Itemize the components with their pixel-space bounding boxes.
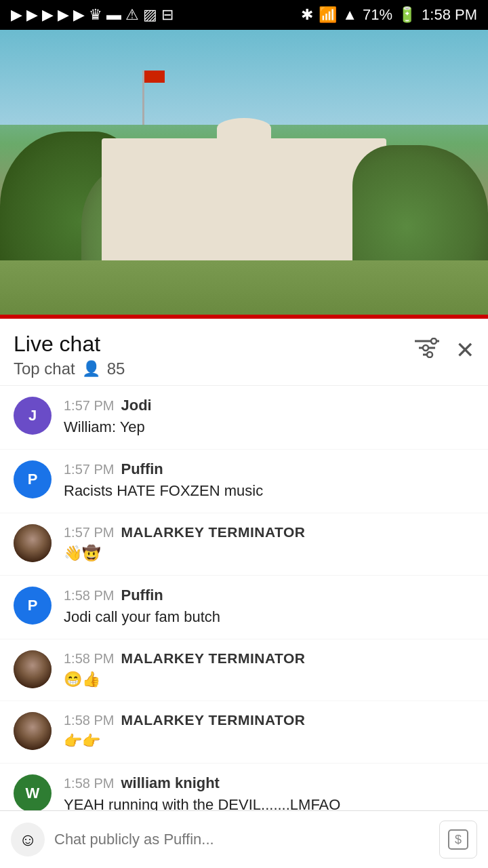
message-content: 1:57 PMJodiWilliam: Yep (64, 397, 474, 438)
message-time: 1:58 PM (64, 776, 114, 791)
message-content: 1:58 PMwilliam knightYEAH running with t… (64, 774, 474, 816)
message-meta: 1:57 PMMALARKEY TERMINATOR (64, 524, 474, 540)
message-meta: 1:57 PMPuffin (64, 460, 474, 478)
battery-level: 71% (363, 6, 392, 24)
message-text: 👋🤠 (64, 543, 474, 564)
avatar (14, 712, 52, 750)
avatar: P (14, 460, 52, 498)
crown-icon: ♛ (89, 6, 102, 24)
list-item: 1:58 PMMALARKEY TERMINATOR 😁👍 (0, 639, 488, 702)
avatar (14, 524, 52, 562)
bluetooth-icon: ✱ (301, 6, 313, 24)
flagpole (142, 71, 144, 125)
messages-list: J1:57 PMJodiWilliam: YepP1:57 PMPuffinRa… (0, 386, 488, 868)
message-time: 1:58 PM (64, 713, 114, 728)
svg-point-3 (431, 338, 436, 344)
status-bar: ▶ ▶ ▶ ▶ ▶ ♛ ▬ ⚠ ▨ ⊟ ✱ 📶 ▲ 71% 🔋 1:58 PM (0, 0, 488, 30)
chat-input-bar: ☺ $ (0, 810, 488, 868)
avatar: W (14, 774, 52, 812)
message-content: 1:58 PMMALARKEY TERMINATOR 👉👉 (64, 712, 474, 752)
sky (0, 30, 488, 125)
message-content: 1:58 PMPuffinJodi call your fam butch (64, 587, 474, 628)
wifi-icon: 📶 (319, 6, 337, 24)
message-meta: 1:58 PMPuffin (64, 587, 474, 604)
lawn (0, 260, 488, 315)
message-text: Jodi call your fam butch (64, 607, 474, 628)
top-chat-row: Top chat 👤 85 (14, 359, 125, 378)
chat-panel: Live chat Top chat 👤 85 ✕ J1:5 (0, 319, 488, 868)
play-icon-2: ▶ (26, 6, 38, 24)
list-item: J1:57 PMJodiWilliam: Yep (0, 386, 488, 450)
status-right: ✱ 📶 ▲ 71% 🔋 1:58 PM (301, 6, 477, 24)
flag (144, 71, 165, 83)
white-house-building (102, 138, 386, 274)
message-meta: 1:57 PMJodi (64, 397, 474, 414)
avatar: J (14, 397, 52, 435)
time-display: 1:58 PM (422, 6, 477, 24)
svg-point-4 (423, 345, 428, 351)
message-author: MALARKEY TERMINATOR (121, 712, 305, 728)
message-content: 1:57 PMPuffinRacists HATE FOXZEN music (64, 460, 474, 502)
signal-icon: ▲ (342, 6, 357, 24)
battery-icon: 🔋 (398, 6, 416, 24)
send-button[interactable]: $ (439, 821, 477, 859)
image-icon: ▨ (143, 6, 157, 24)
live-chat-title: Live chat (14, 331, 125, 357)
message-text: William: Yep (64, 417, 474, 438)
chat-header-left: Live chat Top chat 👤 85 (14, 331, 125, 378)
message-author: Puffin (121, 587, 163, 604)
bag-icon: ⊟ (161, 6, 174, 24)
svg-point-5 (427, 352, 432, 357)
avatar (14, 650, 52, 688)
folder-icon: ▬ (106, 6, 121, 24)
play-icon-5: ▶ (73, 6, 85, 24)
message-time: 1:57 PM (64, 525, 114, 540)
message-meta: 1:58 PMMALARKEY TERMINATOR (64, 650, 474, 667)
hero-image (0, 30, 488, 315)
list-item: P1:58 PMPuffinJodi call your fam butch (0, 576, 488, 639)
viewers-icon: 👤 (82, 360, 100, 378)
message-text: 👉👉 (64, 731, 474, 752)
svg-text:$: $ (455, 833, 462, 846)
message-time: 1:58 PM (64, 651, 114, 667)
play-icon-1: ▶ (11, 6, 22, 24)
message-author: william knight (121, 774, 219, 792)
play-icon-3: ▶ (42, 6, 54, 24)
message-author: MALARKEY TERMINATOR (121, 524, 305, 540)
list-item: 1:58 PMMALARKEY TERMINATOR 👉👉 (0, 701, 488, 764)
chat-header-right: ✕ (415, 331, 474, 363)
emoji-button[interactable]: ☺ (11, 823, 45, 856)
message-content: 1:57 PMMALARKEY TERMINATOR 👋🤠 (64, 524, 474, 564)
warning-icon: ⚠ (125, 6, 139, 24)
message-content: 1:58 PMMALARKEY TERMINATOR 😁👍 (64, 650, 474, 690)
top-chat-label: Top chat (14, 359, 75, 378)
avatar: P (14, 587, 52, 625)
message-author: Puffin (121, 460, 163, 478)
message-time: 1:58 PM (64, 588, 114, 604)
close-icon[interactable]: ✕ (455, 336, 474, 363)
filter-icon[interactable] (415, 338, 439, 363)
message-author: Jodi (121, 397, 151, 414)
list-item: 1:57 PMMALARKEY TERMINATOR 👋🤠 (0, 513, 488, 576)
play-icon-4: ▶ (58, 6, 69, 24)
chat-input[interactable] (54, 831, 430, 848)
message-meta: 1:58 PMMALARKEY TERMINATOR (64, 712, 474, 728)
message-time: 1:57 PM (64, 398, 114, 414)
message-text: 😁👍 (64, 669, 474, 690)
message-text: Racists HATE FOXZEN music (64, 481, 474, 502)
chat-header: Live chat Top chat 👤 85 ✕ (0, 319, 488, 386)
status-icons: ▶ ▶ ▶ ▶ ▶ ♛ ▬ ⚠ ▨ ⊟ (11, 6, 174, 24)
message-time: 1:57 PM (64, 462, 114, 477)
message-meta: 1:58 PMwilliam knight (64, 774, 474, 792)
viewer-count: 85 (107, 359, 125, 378)
message-author: MALARKEY TERMINATOR (121, 650, 305, 667)
list-item: P1:57 PMPuffinRacists HATE FOXZEN music (0, 450, 488, 513)
